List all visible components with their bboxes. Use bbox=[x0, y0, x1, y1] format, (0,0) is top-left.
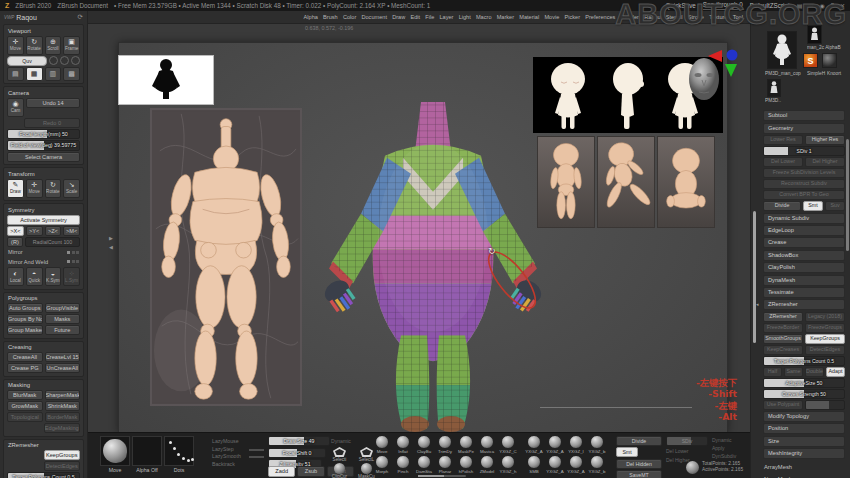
backtrack-toggle[interactable]: Backtrack bbox=[212, 461, 264, 469]
brush-planar[interactable]: Planar bbox=[435, 455, 455, 474]
suv-button[interactable]: Suv bbox=[825, 201, 845, 211]
brush-yxgz-c[interactable]: YXGZ_C bbox=[498, 435, 518, 454]
brush-morph[interactable]: Morph bbox=[372, 455, 392, 474]
brush-yxgz-h[interactable]: YXGZ_h bbox=[498, 455, 518, 474]
brush-mastca[interactable]: Mastca bbox=[477, 435, 497, 454]
detectedges-button[interactable]: DetectEdges bbox=[44, 461, 81, 471]
zsub-button[interactable]: Zsub bbox=[297, 466, 324, 477]
quick-button[interactable]: ◓Quick bbox=[26, 267, 43, 286]
menu-alpha[interactable]: Alpha bbox=[301, 14, 321, 20]
menu-layer[interactable]: Layer bbox=[437, 14, 456, 20]
lazymouse-toggle[interactable]: LazyMouse bbox=[212, 438, 264, 446]
view-toggle-button[interactable]: ▤ bbox=[7, 67, 24, 81]
groups-by-normals-button[interactable]: Groups By Normals bbox=[7, 314, 43, 324]
savemt-button[interactable]: SaveMT bbox=[616, 470, 662, 478]
y-button[interactable]: >Y< bbox=[26, 226, 43, 236]
palette-dynamesh[interactable]: DynaMesh bbox=[763, 275, 845, 286]
draw-button[interactable]: ✎Draw bbox=[7, 179, 24, 198]
menu-marker[interactable]: Marker bbox=[494, 14, 517, 20]
use-polypaint-button[interactable]: Use Polypaint bbox=[763, 400, 803, 410]
half-button[interactable]: Half bbox=[763, 367, 782, 377]
x-button[interactable]: >X< bbox=[7, 226, 24, 236]
cam-button[interactable]: ◉Cam bbox=[7, 98, 24, 117]
lr-toggle[interactable] bbox=[61, 248, 80, 257]
pill-button[interactable]: Quv bbox=[7, 56, 47, 66]
divide-button[interactable]: Divide bbox=[763, 201, 801, 211]
adapt-button[interactable]: Adapt bbox=[826, 367, 845, 377]
slider-sdiv[interactable]: SDiv bbox=[666, 436, 708, 446]
menu-draw[interactable]: Draw bbox=[390, 14, 408, 20]
brush-claybu[interactable]: ClayBu bbox=[414, 435, 434, 454]
l-sym-button[interactable]: ⁘L.Sym bbox=[63, 267, 80, 286]
menu-file[interactable]: File bbox=[423, 14, 437, 20]
brush-move[interactable]: Move bbox=[372, 435, 392, 454]
activate-symmetry-button[interactable]: Activate Symmetry bbox=[7, 215, 80, 225]
creaseall-button[interactable]: CreaseAll bbox=[7, 352, 43, 362]
slider-radialcount-100[interactable]: RadialCount 100 bbox=[25, 237, 80, 248]
slider-field-of-view-deg-39-59775[interactable]: Field of view(deg) 39.59775 bbox=[7, 140, 80, 151]
edgemasking-button[interactable]: EdgeMasking bbox=[44, 423, 81, 433]
palette-shadowbox[interactable]: ShadowBox bbox=[763, 250, 845, 261]
dynamic-button[interactable]: Dynamic bbox=[712, 436, 746, 444]
clipcur-button[interactable]: ClipCur bbox=[326, 463, 353, 478]
reconstruct-subdiv-button[interactable]: Reconstruct Subdiv bbox=[763, 179, 845, 189]
menu-brush[interactable]: Brush bbox=[321, 14, 341, 20]
menu-edit[interactable]: Edit bbox=[408, 14, 423, 20]
double-button[interactable]: Double bbox=[805, 367, 824, 377]
slider-curves-strength-50[interactable]: Curves Strength 50 bbox=[763, 389, 845, 399]
rotate-button[interactable]: ↻Rotate bbox=[45, 179, 62, 198]
palette-modify-topology[interactable]: Modify Topology bbox=[763, 411, 845, 422]
move-slot[interactable] bbox=[100, 436, 130, 466]
viewport-canvas[interactable]: 0.638, 0.572, -0.196 ▶ ◀ bbox=[88, 24, 750, 432]
future-button[interactable]: Future bbox=[45, 325, 81, 335]
slider-target-polygons-count-0-5[interactable]: Target Polygons Count 0.5 bbox=[7, 472, 80, 478]
dynamic-toggle[interactable]: Dynamic bbox=[331, 438, 351, 444]
palette-zremesher[interactable]: ZRemesher◂ bbox=[763, 299, 845, 310]
brush-yxgz-b[interactable]: YXGZ_b bbox=[587, 435, 607, 454]
secondary-tool-thumbnail[interactable] bbox=[767, 79, 781, 97]
menu-material[interactable]: Material bbox=[517, 14, 542, 20]
selecti-button[interactable]: Selecti bbox=[326, 447, 353, 463]
palette-tessimate[interactable]: Tessimate bbox=[763, 287, 845, 298]
menu-light[interactable]: Light bbox=[456, 14, 473, 20]
r-button[interactable]: (R) bbox=[7, 237, 23, 247]
dot-button[interactable] bbox=[60, 56, 69, 65]
brush-yxgz-a[interactable]: YXGZ_A bbox=[524, 435, 544, 454]
detectedges-button[interactable]: DetectEdges bbox=[805, 345, 845, 355]
slider-draw-size-49[interactable]: Draw Size 49 bbox=[268, 436, 330, 446]
redo-0-button[interactable]: Redo 0 bbox=[24, 118, 80, 128]
view-toggle-button[interactable]: ▩ bbox=[63, 67, 80, 81]
growmask-button[interactable]: GrowMask bbox=[7, 401, 43, 411]
dots-slot[interactable] bbox=[164, 436, 194, 466]
menu-preferences[interactable]: Preferences bbox=[583, 14, 618, 20]
keepcreases-button[interactable]: KeepCreases bbox=[763, 345, 803, 355]
freezegroups-button[interactable]: FreezeGroups bbox=[805, 323, 845, 333]
palette-position[interactable]: Position bbox=[763, 423, 845, 434]
view-toggle-button[interactable]: ▦ bbox=[26, 67, 43, 81]
lr-toggle[interactable] bbox=[61, 258, 80, 267]
material-thumbnail[interactable] bbox=[822, 53, 837, 68]
axis-gizmo[interactable] bbox=[706, 48, 742, 80]
stroke-thumbnail[interactable]: S bbox=[803, 53, 818, 68]
zadd-button[interactable]: Zadd bbox=[268, 466, 295, 477]
zremesher-button[interactable]: ZRemesher bbox=[763, 312, 803, 322]
move-button[interactable]: ✛Move bbox=[26, 179, 43, 198]
dynsubdiv-button[interactable]: DynSubdiv bbox=[712, 452, 746, 460]
brush-yxgz-a[interactable]: YXGZ_A bbox=[566, 455, 586, 474]
shrinkmask-button[interactable]: ShrinkMask bbox=[45, 401, 81, 411]
scale-button[interactable]: ↘Scale bbox=[63, 179, 80, 198]
dot-button[interactable] bbox=[71, 56, 80, 65]
group-masked-button[interactable]: Group Masked bbox=[7, 325, 43, 335]
panel-collapse-arrow[interactable]: ◀ bbox=[109, 245, 113, 250]
dot-button[interactable] bbox=[49, 56, 58, 65]
slider-adaptivesize-50[interactable]: AdaptiveSize 50 bbox=[763, 378, 845, 388]
palette-size[interactable]: Size bbox=[763, 436, 845, 447]
smoothgroups-button[interactable]: SmoothGroups bbox=[763, 334, 803, 344]
z-button[interactable]: >Z< bbox=[45, 226, 62, 236]
palette-claypolish[interactable]: ClayPolish bbox=[763, 262, 845, 273]
divide-button[interactable]: Divide bbox=[616, 436, 662, 446]
del-hidden-button[interactable]: Del Hidden bbox=[616, 459, 662, 469]
scroll-button[interactable]: ⊕Scroll bbox=[45, 36, 62, 55]
smt-button[interactable]: Smt bbox=[803, 201, 823, 211]
m-button[interactable]: >M< bbox=[63, 226, 80, 236]
